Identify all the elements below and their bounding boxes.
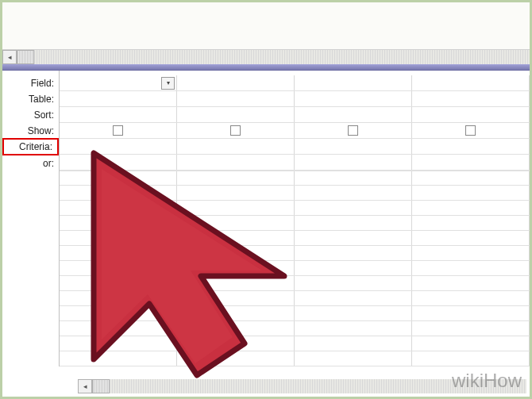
table-cell-4[interactable] [412,91,530,106]
scroll-grip-icon[interactable] [92,379,110,393]
show-checkbox-4[interactable] [465,125,476,136]
row-label-sort: Sort: [2,107,59,123]
blank-cell[interactable] [60,321,177,336]
criteria-cell-3[interactable] [295,139,412,154]
grid-row-sort [60,107,530,123]
blank-cell[interactable] [177,231,295,245]
blank-cell[interactable] [60,201,177,215]
sort-cell-2[interactable] [177,107,295,122]
table-cell-2[interactable] [177,91,295,106]
grid-row-table [60,91,530,107]
blank-cell[interactable] [60,351,177,366]
row-label-table: Table: [2,91,59,107]
blank-cell[interactable] [60,186,177,200]
blank-cell[interactable] [177,261,295,275]
blank-cell[interactable] [412,201,530,215]
blank-cell[interactable] [295,321,412,336]
blank-cell[interactable] [60,291,177,305]
blank-cell[interactable] [412,321,530,336]
blank-cell[interactable] [177,171,295,185]
blank-cell[interactable] [412,261,530,275]
blank-cell[interactable] [412,336,530,351]
blank-cell[interactable] [177,201,295,215]
blank-cell[interactable] [412,246,530,260]
field-dropdown-button[interactable]: ▾ [161,77,175,90]
field-cell-2[interactable] [177,75,295,90]
scroll-left-button[interactable]: ◂ [2,50,17,64]
blank-cell[interactable] [412,306,530,320]
field-cell-3[interactable] [295,75,412,90]
blank-cell[interactable] [295,351,412,366]
grid-row-or [60,155,530,171]
blank-cell[interactable] [295,216,412,230]
blank-cell[interactable] [412,351,530,366]
blank-cell[interactable] [60,276,177,290]
show-cell-4[interactable] [412,123,530,138]
blank-cell[interactable] [177,216,295,230]
blank-cell[interactable] [295,291,412,305]
splitter-bar[interactable] [2,64,530,71]
blank-cell[interactable] [60,336,177,351]
blank-cell[interactable] [295,246,412,260]
sort-cell-3[interactable] [295,107,412,122]
blank-cell[interactable] [60,246,177,260]
blank-cell[interactable] [412,231,530,245]
blank-cell[interactable] [295,201,412,215]
field-cell-1[interactable]: ▾ [60,75,177,90]
blank-cell[interactable] [295,231,412,245]
chevron-down-icon: ▾ [167,79,170,86]
blank-cell[interactable] [177,291,295,305]
scroll-track[interactable] [110,379,526,393]
blank-cell[interactable] [177,186,295,200]
criteria-cell-4[interactable] [412,139,530,154]
show-cell-2[interactable] [177,123,295,138]
extra-rows [60,171,530,366]
blank-cell[interactable] [295,276,412,290]
show-checkbox-3[interactable] [348,125,358,136]
blank-cell[interactable] [177,246,295,260]
blank-cell[interactable] [412,171,530,185]
blank-cell[interactable] [412,276,530,290]
scroll-grip-icon[interactable] [17,50,34,64]
or-cell-1[interactable] [60,155,177,170]
criteria-cell-1[interactable] [60,139,177,154]
blank-cell[interactable] [295,306,412,320]
blank-cell[interactable] [60,171,177,185]
blank-cell[interactable] [60,261,177,275]
blank-cell[interactable] [412,216,530,230]
field-cell-4[interactable] [412,75,530,90]
show-checkbox-1[interactable] [113,125,123,136]
scroll-track[interactable] [34,50,530,64]
blank-cell[interactable] [295,171,412,185]
lower-horizontal-scrollbar[interactable]: ◂ [78,379,526,393]
show-checkbox-2[interactable] [230,125,241,136]
or-cell-4[interactable] [412,155,530,170]
blank-cell[interactable] [177,276,295,290]
blank-cell[interactable] [295,336,412,351]
or-cell-2[interactable] [177,155,295,170]
show-cell-3[interactable] [295,123,412,138]
blank-cell[interactable] [60,231,177,245]
blank-cell[interactable] [412,291,530,305]
blank-cell[interactable] [295,261,412,275]
sort-cell-1[interactable] [60,107,177,122]
blank-cell[interactable] [177,351,295,366]
table-cell-1[interactable] [60,91,177,106]
upper-pane [2,2,530,50]
grid-columns: ▾ [60,71,530,366]
blank-cell[interactable] [177,321,295,336]
or-cell-3[interactable] [295,155,412,170]
sort-cell-4[interactable] [412,107,530,122]
blank-cell[interactable] [177,306,295,320]
blank-cell[interactable] [60,306,177,320]
blank-cell[interactable] [60,216,177,230]
scroll-left-button[interactable]: ◂ [78,379,92,393]
blank-cell[interactable] [177,336,295,351]
criteria-cell-2[interactable] [177,139,295,154]
table-cell-3[interactable] [295,91,412,106]
upper-horizontal-scrollbar[interactable]: ◂ [2,50,530,64]
blank-cell[interactable] [295,186,412,200]
blank-cell[interactable] [412,186,530,200]
show-cell-1[interactable] [60,123,177,138]
row-labels-column: Field: Table: Sort: Show: Criteria: or: [2,71,60,366]
